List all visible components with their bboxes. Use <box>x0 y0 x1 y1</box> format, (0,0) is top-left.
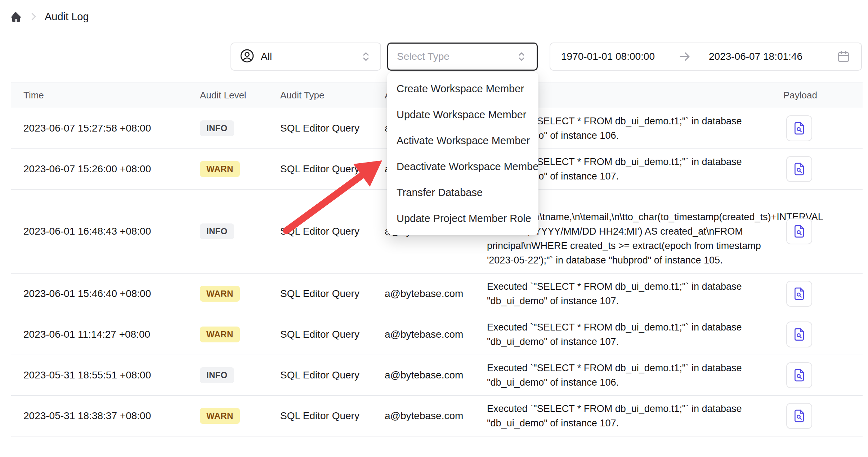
audit-level-badge: WARN <box>200 161 240 177</box>
breadcrumb-home-button[interactable] <box>9 10 22 23</box>
table-row: 2023-05-31 18:38:37 +08:00 WARN SQL Edit… <box>11 396 863 436</box>
type-dropdown-option[interactable]: Create Workspace Member <box>387 76 538 102</box>
user-circle-icon <box>239 48 255 65</box>
payload-view-button[interactable] <box>786 403 812 429</box>
type-select-placeholder: Select Type <box>397 51 449 62</box>
chevron-up-down-icon <box>515 50 528 63</box>
table-row: 2023-06-01 15:46:40 +08:00 WARN SQL Edit… <box>11 274 863 314</box>
cell-comment: Executed `"SELECT * FROM db_ui_demo.t1;"… <box>487 401 783 430</box>
calendar-icon <box>837 50 850 63</box>
cell-actor: a@bytebase.com <box>385 288 487 300</box>
cell-audit-type: SQL Editor Query <box>280 329 385 340</box>
actor-scope-select[interactable]: All <box>231 43 381 71</box>
type-dropdown-option[interactable]: Update Project Member Role <box>387 205 538 231</box>
cell-audit-type: SQL Editor Query <box>280 123 385 134</box>
cell-audit-type: SQL Editor Query <box>280 163 385 175</box>
cell-time: 2023-05-31 18:38:37 +08:00 <box>23 410 200 422</box>
file-search-icon <box>792 224 806 239</box>
type-dropdown-option[interactable]: Transfer Database <box>387 179 538 205</box>
cell-comment: Executed `"SELECT * FROM db_ui_demo.t1;"… <box>487 361 783 390</box>
date-range-end: 2023-06-07 18:01:46 <box>709 51 802 62</box>
page-title: Audit Log <box>45 11 89 23</box>
file-search-icon <box>792 368 806 382</box>
cell-audit-type: SQL Editor Query <box>280 369 385 381</box>
payload-view-button[interactable] <box>786 321 812 347</box>
file-search-icon <box>792 121 806 136</box>
payload-view-button[interactable] <box>786 362 812 388</box>
cell-time: 2023-06-01 15:46:40 +08:00 <box>23 288 200 300</box>
audit-level-badge: INFO <box>200 223 234 239</box>
type-dropdown-option[interactable]: Activate Workspace Member <box>387 128 538 154</box>
cell-actor: a@bytebase.com <box>385 329 487 340</box>
col-header-audit-type: Audit Type <box>280 90 385 101</box>
col-header-time: Time <box>23 90 200 101</box>
audit-type-select[interactable]: Select Type <box>387 43 538 71</box>
cell-time: 2023-05-31 18:55:51 +08:00 <box>23 369 200 381</box>
type-select-dropdown: Create Workspace MemberUpdate Workspace … <box>387 72 538 235</box>
arrow-right-icon <box>678 50 692 63</box>
file-search-icon <box>792 162 806 176</box>
cell-time: 2023-06-07 15:27:58 +08:00 <box>23 123 200 134</box>
date-range-picker[interactable]: 1970-01-01 08:00:00 2023-06-07 18:01:46 <box>550 43 862 71</box>
audit-level-badge: INFO <box>200 367 234 383</box>
cell-audit-type: SQL Editor Query <box>280 410 385 422</box>
audit-level-badge: WARN <box>200 408 240 424</box>
payload-view-button[interactable] <box>786 218 812 244</box>
type-dropdown-option[interactable]: Update Workspace Member <box>387 102 538 128</box>
scope-select-value: All <box>261 51 272 62</box>
payload-view-button[interactable] <box>786 281 812 307</box>
audit-level-badge: WARN <box>200 286 240 302</box>
file-search-icon <box>792 409 806 423</box>
type-dropdown-option[interactable]: Deactivate Workspace Member <box>387 154 538 179</box>
payload-view-button[interactable] <box>786 115 812 141</box>
col-header-payload: Payload <box>783 90 863 101</box>
file-search-icon <box>792 287 806 301</box>
cell-comment: Executed `"SELECT * FROM db_ui_demo.t1;"… <box>487 279 783 308</box>
col-header-audit-level: Audit Level <box>200 90 280 101</box>
audit-level-badge: INFO <box>200 120 234 136</box>
cell-audit-type: SQL Editor Query <box>280 288 385 300</box>
home-icon <box>9 10 22 23</box>
file-search-icon <box>792 327 806 342</box>
cell-actor: a@bytebase.com <box>385 410 487 422</box>
payload-view-button[interactable] <box>786 156 812 182</box>
cell-audit-type: SQL Editor Query <box>280 226 385 237</box>
cell-time: 2023-06-01 16:48:43 +08:00 <box>23 226 200 237</box>
table-row: 2023-06-01 11:14:27 +08:00 WARN SQL Edit… <box>11 314 863 355</box>
breadcrumb: Audit Log <box>9 8 89 25</box>
table-row: 2023-05-31 18:55:51 +08:00 INFO SQL Edit… <box>11 355 863 396</box>
audit-level-badge: WARN <box>200 327 240 342</box>
date-range-start: 1970-01-01 08:00:00 <box>561 51 655 62</box>
cell-comment: Executed `"SELECT * FROM db_ui_demo.t1;"… <box>487 320 783 349</box>
chevron-up-down-icon <box>359 50 372 63</box>
cell-actor: a@bytebase.com <box>385 369 487 381</box>
chevron-right-icon <box>28 11 39 22</box>
cell-time: 2023-06-01 11:14:27 +08:00 <box>23 329 200 340</box>
cell-time: 2023-06-07 15:26:00 +08:00 <box>23 163 200 175</box>
